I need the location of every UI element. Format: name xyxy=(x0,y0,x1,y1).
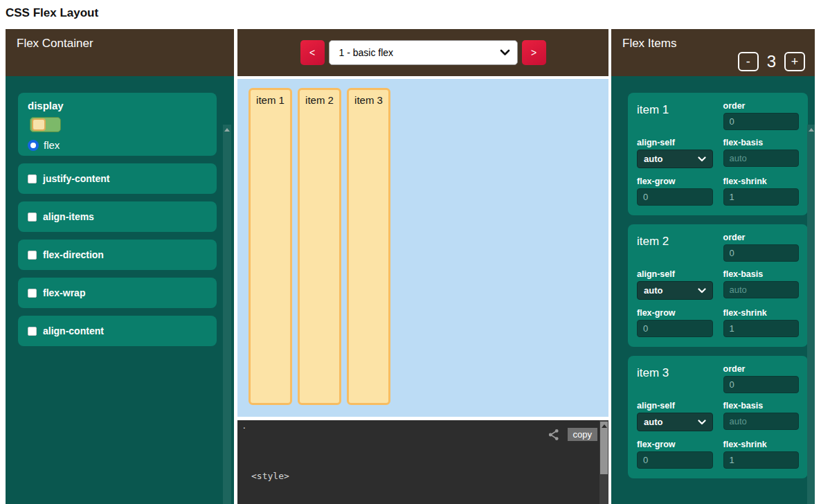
justify-content-checkbox[interactable] xyxy=(28,174,37,183)
scroll-up-icon xyxy=(224,128,230,132)
item-1-card: item 1 order align-self auto flex-basis xyxy=(628,93,808,215)
flex-grow-input[interactable] xyxy=(637,451,713,469)
align-self-field: align-self auto xyxy=(637,138,713,170)
preview-item-1: item 1 xyxy=(249,88,292,405)
flex-grow-input[interactable] xyxy=(637,188,713,206)
copy-button[interactable]: copy xyxy=(568,428,597,441)
display-flex-radio-row: flex xyxy=(28,139,207,151)
align-items-checkbox[interactable] xyxy=(28,213,37,222)
align-content-label: align-content xyxy=(43,325,104,336)
align-self-select[interactable]: auto xyxy=(637,150,713,168)
share-icon[interactable] xyxy=(548,429,560,441)
item-1-heading: item 1 xyxy=(637,103,713,132)
order-field: order xyxy=(723,101,800,132)
justify-content-card: justify-content xyxy=(18,163,217,194)
display-toggle[interactable] xyxy=(30,117,61,132)
flex-items-title: Flex Items xyxy=(622,37,676,50)
align-self-select[interactable]: auto xyxy=(637,281,713,300)
flex-basis-input[interactable] xyxy=(723,281,800,298)
page-title: CSS Flex Layout xyxy=(6,6,98,20)
flex-grow-field: flex-grow xyxy=(637,308,713,339)
flex-direction-label: flex-direction xyxy=(43,249,104,260)
flex-shrink-input[interactable] xyxy=(723,188,800,206)
order-label: order xyxy=(723,233,800,242)
order-input[interactable] xyxy=(723,113,800,130)
align-items-card: align-items xyxy=(18,201,217,232)
align-content-card: align-content xyxy=(18,316,217,346)
flex-basis-label: flex-basis xyxy=(723,401,800,411)
remove-item-button[interactable]: - xyxy=(738,52,759,71)
flex-shrink-label: flex-shrink xyxy=(723,308,800,318)
code-scrollbar-thumb[interactable] xyxy=(600,422,608,474)
code-line: <style> xyxy=(251,469,354,483)
flex-container-panel-header: Flex Container xyxy=(6,29,234,76)
flex-basis-label: flex-basis xyxy=(723,138,800,147)
flex-grow-label: flex-grow xyxy=(637,177,713,186)
code-text: <style> .flex-container { display: flex; xyxy=(251,443,354,504)
example-selector-bar: < 1 - basic flex > xyxy=(237,29,608,76)
order-field: order xyxy=(723,233,800,263)
code-scrollbar[interactable] xyxy=(599,420,608,504)
chevron-down-icon xyxy=(698,288,706,294)
display-control-card: display flex xyxy=(18,93,217,156)
item-3-card: item 3 order align-self auto flex-basis xyxy=(628,356,808,478)
order-field: order xyxy=(723,364,800,395)
scroll-up-icon xyxy=(809,128,814,132)
next-example-button[interactable]: > xyxy=(522,40,546,65)
flex-shrink-field: flex-shrink xyxy=(723,440,800,470)
flex-wrap-card: flex-wrap xyxy=(18,278,217,308)
flex-grow-label: flex-grow xyxy=(637,308,713,318)
flex-radio[interactable] xyxy=(28,140,39,151)
flex-grow-label: flex-grow xyxy=(637,440,713,449)
example-select[interactable]: 1 - basic flex xyxy=(329,40,518,65)
flex-basis-input[interactable] xyxy=(723,413,800,430)
right-panel-scrollbar[interactable] xyxy=(807,125,815,504)
display-label: display xyxy=(28,100,64,111)
flex-wrap-label: flex-wrap xyxy=(43,287,85,298)
flex-radio-label: flex xyxy=(44,139,60,151)
align-content-checkbox[interactable] xyxy=(28,327,37,336)
align-self-value: auto xyxy=(644,154,662,164)
order-input[interactable] xyxy=(723,244,800,262)
prev-example-button[interactable]: < xyxy=(300,40,325,65)
flex-shrink-input[interactable] xyxy=(723,451,800,469)
order-label: order xyxy=(723,101,800,111)
chevron-down-icon xyxy=(500,49,510,56)
code-panel: . copy <style> .flex-container { display… xyxy=(237,420,608,504)
flex-basis-input[interactable] xyxy=(723,150,800,167)
item-count-control: - 3 + xyxy=(738,52,805,71)
left-panel-scrollbar[interactable] xyxy=(223,125,231,504)
align-self-label: align-self xyxy=(637,138,713,147)
example-select-value: 1 - basic flex xyxy=(339,47,394,58)
page: CSS Flex Layout Flex Container display f… xyxy=(0,0,830,504)
align-self-value: auto xyxy=(644,285,662,296)
flex-grow-field: flex-grow xyxy=(637,177,713,207)
flex-basis-field: flex-basis xyxy=(723,269,800,301)
flex-grow-field: flex-grow xyxy=(637,440,713,470)
flex-shrink-field: flex-shrink xyxy=(723,177,800,207)
flex-direction-checkbox[interactable] xyxy=(28,251,37,260)
flex-items-panel: Flex Items - 3 + item 1 order align-self… xyxy=(611,29,815,504)
flex-wrap-checkbox[interactable] xyxy=(28,289,37,298)
display-toggle-knob xyxy=(32,118,46,131)
order-label: order xyxy=(723,364,800,374)
flex-preview-container: item 1 item 2 item 3 xyxy=(237,79,608,417)
flex-shrink-label: flex-shrink xyxy=(723,177,800,186)
preview-column: < 1 - basic flex > item 1 item 2 item 3 … xyxy=(237,29,608,504)
flex-grow-input[interactable] xyxy=(637,320,713,337)
item-3-heading: item 3 xyxy=(637,366,713,395)
preview-item-2: item 2 xyxy=(298,88,341,405)
chevron-down-icon xyxy=(698,420,706,425)
flex-shrink-input[interactable] xyxy=(723,320,800,337)
order-input[interactable] xyxy=(723,376,800,393)
code-bullet: . xyxy=(243,420,246,431)
add-item-button[interactable]: + xyxy=(784,52,805,71)
chevron-down-icon xyxy=(698,156,706,162)
flex-shrink-label: flex-shrink xyxy=(723,440,800,449)
flex-items-panel-body: item 1 order align-self auto flex-basis xyxy=(611,76,815,504)
flex-basis-label: flex-basis xyxy=(723,269,800,279)
item-2-card: item 2 order align-self auto flex-basis xyxy=(628,224,808,347)
scroll-up-icon xyxy=(602,424,607,428)
align-self-select[interactable]: auto xyxy=(637,413,713,431)
flex-items-panel-header: Flex Items - 3 + xyxy=(611,29,815,76)
